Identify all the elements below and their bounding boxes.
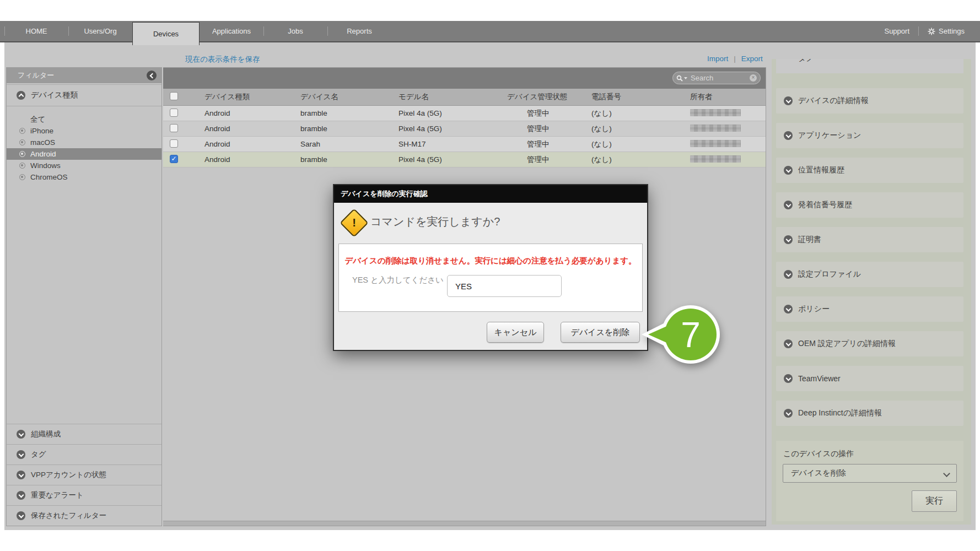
- filter-panel-title: フィルター: [18, 71, 54, 79]
- table-row[interactable]: Android bramble Pixel 4a (5G) 管理中 (なし): [163, 121, 766, 137]
- filter-section-label: デバイス種類: [31, 90, 78, 100]
- detail-section-header[interactable]: ポリシー: [776, 296, 963, 322]
- column-header[interactable]: 所有者: [690, 92, 766, 102]
- row-checkbox[interactable]: [170, 109, 178, 117]
- save-current-view-link[interactable]: 現在の表示条件を保存: [185, 55, 260, 64]
- owner-redacted-value: [690, 155, 741, 163]
- row-checkbox[interactable]: [170, 124, 178, 132]
- table-row[interactable]: Android bramble Pixel 4a (5G) 管理中 (なし): [163, 106, 766, 121]
- owner-redacted-value: [690, 109, 741, 116]
- detail-section-header[interactable]: デバイスの詳細情報: [776, 88, 963, 114]
- device-type-option-label: iPhone: [30, 127, 53, 135]
- filter-section-header[interactable]: VPPアカウントの状態: [7, 464, 161, 485]
- nav-tab[interactable]: Users/Org: [68, 21, 132, 41]
- nav-tabs: HOMEUsers/OrgDevicesApplicationsJobsRepo…: [4, 21, 391, 41]
- detail-sections: デバイスの詳細情報 アプリケーション 位置情報履歴 発着信番号履歴 証明書 設定…: [776, 88, 963, 426]
- table-row[interactable]: Android bramble Pixel 4a (5G) 管理中 (なし): [163, 152, 766, 168]
- device-type-option[interactable]: 全て: [7, 114, 161, 125]
- cancel-button[interactable]: キャンセル: [487, 322, 544, 343]
- row-checkbox[interactable]: [170, 155, 178, 163]
- search-scope-caret-icon[interactable]: [684, 77, 687, 79]
- chevron-down-icon: [784, 409, 793, 418]
- settings-link[interactable]: Settings: [928, 27, 965, 35]
- detail-section-header[interactable]: 設定プロファイル: [776, 262, 963, 287]
- filter-section-header[interactable]: タグ: [7, 444, 161, 464]
- column-header[interactable]: デバイス管理状態: [507, 92, 591, 102]
- chevron-down-icon: [784, 374, 793, 383]
- device-type-options: 全て iPhone macOS Android Windows ChromeOS: [7, 106, 161, 183]
- panel-clip-cover: [772, 46, 971, 59]
- detail-section-label: アプリケーション: [798, 131, 861, 141]
- detail-section-header[interactable]: 位置情報履歴: [776, 158, 963, 183]
- row-checkbox[interactable]: [170, 139, 178, 148]
- execute-button[interactable]: 実行: [912, 490, 957, 512]
- radio-icon: [19, 128, 25, 134]
- filter-section-header[interactable]: 保存されたフィルター: [7, 505, 161, 526]
- chevron-down-icon: [784, 305, 793, 314]
- dialog-question: コマンドを実行しますか?: [370, 214, 500, 229]
- device-actions-panel: このデバイスの操作 デバイスを削除 実行: [776, 441, 963, 521]
- filter-section-header[interactable]: 組織構成: [7, 424, 161, 444]
- detail-section-header[interactable]: Deep Instinctの詳細情報: [776, 401, 963, 426]
- cell-management-status: 管理中: [507, 155, 591, 165]
- device-action-select[interactable]: デバイスを削除: [783, 464, 957, 483]
- cell-device-type: Android: [204, 155, 300, 164]
- radio-icon: [19, 163, 25, 169]
- nav-tab[interactable]: Applications: [200, 21, 263, 41]
- cell-device-name: bramble: [300, 109, 399, 117]
- select-all-checkbox[interactable]: [170, 92, 178, 100]
- device-type-option[interactable]: ChromeOS: [7, 171, 161, 183]
- nav-tab[interactable]: Devices: [132, 22, 200, 45]
- device-type-option[interactable]: Android: [7, 148, 161, 160]
- device-type-option[interactable]: Windows: [7, 160, 161, 171]
- nav-tab[interactable]: Reports: [327, 21, 391, 41]
- detail-section-label: TeamViewer: [798, 374, 841, 383]
- delete-device-button[interactable]: デバイスを削除: [561, 322, 640, 343]
- detail-section-header[interactable]: 証明書: [776, 227, 963, 252]
- filter-section-label: 重要なアラート: [31, 490, 84, 500]
- cell-phone-number: (なし): [591, 155, 690, 165]
- detail-section-header[interactable]: TeamViewer: [776, 366, 963, 391]
- device-detail-panel: タグ デバイスの詳細情報 アプリケーション 位置情報履歴 発着信番号履歴: [772, 46, 971, 525]
- column-header[interactable]: モデル名: [399, 92, 507, 102]
- filter-section-device-type[interactable]: デバイス種類: [7, 84, 161, 106]
- nav-tab[interactable]: Jobs: [263, 21, 327, 41]
- dialog-buttons: キャンセル デバイスを削除: [487, 322, 640, 343]
- filter-section-label: 組織構成: [31, 429, 61, 439]
- cell-phone-number: (なし): [591, 109, 690, 118]
- column-header[interactable]: 電話番号: [591, 92, 690, 102]
- support-link[interactable]: Support: [884, 27, 909, 35]
- clear-search-icon[interactable]: [750, 74, 757, 82]
- detail-section-header[interactable]: アプリケーション: [776, 123, 963, 148]
- device-type-option-label: Windows: [30, 161, 61, 170]
- filter-section-label: 保存されたフィルター: [31, 511, 106, 521]
- owner-redacted-value: [690, 125, 741, 132]
- device-actions-title: このデバイスの操作: [783, 449, 854, 459]
- export-link[interactable]: Export: [741, 55, 763, 63]
- cell-model-name: SH-M17: [399, 140, 507, 148]
- nav-tab[interactable]: HOME: [4, 21, 68, 41]
- column-header[interactable]: デバイス名: [300, 92, 399, 102]
- cell-model-name: Pixel 4a (5G): [399, 109, 507, 117]
- radio-icon: [19, 139, 25, 145]
- mdm-devices-screen: HOMEUsers/OrgDevicesApplicationsJobsRepo…: [0, 0, 980, 551]
- detail-section-header[interactable]: 発着信番号履歴: [776, 192, 963, 218]
- column-header[interactable]: デバイス種類: [204, 92, 300, 102]
- detail-section-label: Deep Instinctの詳細情報: [798, 408, 882, 418]
- detail-section-label: 発着信番号履歴: [798, 200, 852, 210]
- import-export-divider: |: [734, 55, 736, 63]
- import-link[interactable]: Import: [707, 55, 728, 63]
- device-type-option[interactable]: macOS: [7, 137, 161, 148]
- detail-section-header[interactable]: OEM 設定アプリの詳細情報: [776, 331, 963, 356]
- filter-section-header[interactable]: 重要なアラート: [7, 485, 161, 505]
- search-input[interactable]: [690, 73, 750, 83]
- device-type-option[interactable]: iPhone: [7, 125, 161, 137]
- top-nav: HOMEUsers/OrgDevicesApplicationsJobsRepo…: [0, 21, 980, 42]
- chevron-down-icon: [17, 511, 25, 520]
- nav-divider: [918, 26, 919, 36]
- cell-device-type: Android: [204, 125, 300, 133]
- collapse-panel-button[interactable]: [147, 71, 157, 80]
- device-type-option-label: Android: [30, 150, 56, 158]
- confirmation-input[interactable]: [447, 275, 562, 297]
- table-row[interactable]: Android Sarah SH-M17 管理中 (なし): [163, 137, 766, 152]
